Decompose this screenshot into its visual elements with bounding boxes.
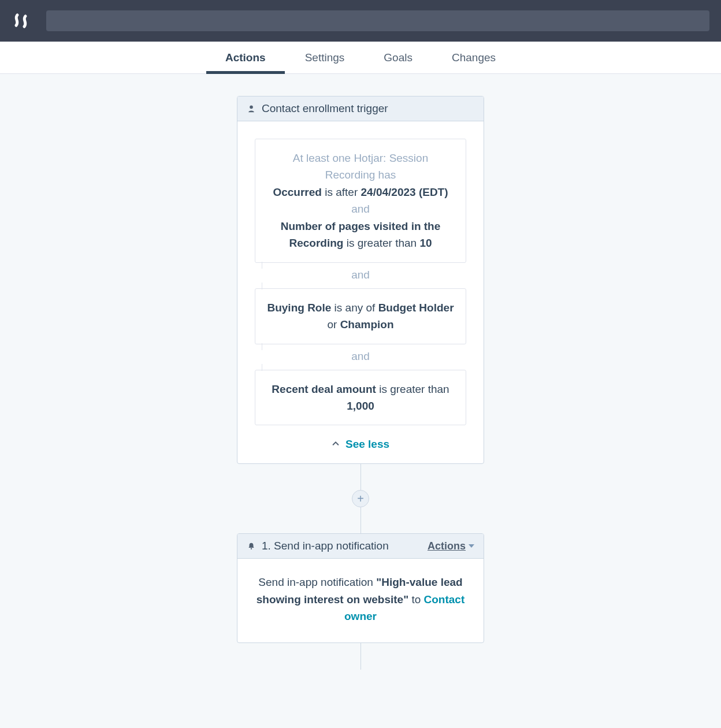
cond-field: Recent deal amount — [272, 383, 376, 395]
connector-line — [360, 643, 361, 670]
svg-point-1 — [251, 548, 252, 549]
cond-op: is greater than — [379, 383, 449, 395]
top-bar — [0, 0, 721, 42]
search-input[interactable] — [46, 10, 709, 31]
cond-value: Champion — [340, 318, 394, 330]
tab-label: Actions — [225, 51, 266, 64]
cond-or: or — [327, 318, 340, 330]
cond-field: Occurred — [273, 186, 321, 198]
chevron-up-icon — [332, 438, 340, 451]
step-text: Send in-app notification — [258, 576, 376, 588]
svg-point-0 — [250, 106, 253, 109]
condition-block[interactable]: At least one Hotjar: Session Recording h… — [255, 139, 466, 263]
and-separator: and — [255, 263, 466, 288]
tab-settings[interactable]: Settings — [305, 42, 345, 73]
tab-label: Goals — [384, 51, 412, 64]
card-header: 1. Send in-app notification Actions — [237, 534, 484, 559]
step-actions-menu[interactable]: Actions — [428, 540, 474, 552]
see-less-toggle[interactable]: See less — [255, 438, 466, 451]
add-step-button[interactable]: + — [352, 490, 369, 507]
condition-block[interactable]: Recent deal amount is greater than 1,000 — [255, 370, 466, 426]
cond-value: 24/04/2023 (EDT) — [361, 186, 448, 198]
card-title: Contact enrollment trigger — [262, 102, 388, 115]
step-text: to — [411, 593, 423, 606]
cond-value: 10 — [419, 237, 432, 249]
connector-line — [360, 507, 361, 533]
tab-nav: Actions Settings Goals Changes — [0, 42, 721, 74]
tab-label: Settings — [305, 51, 345, 64]
header-left: 1. Send in-app notification — [247, 540, 389, 552]
enrollment-trigger-card[interactable]: Contact enrollment trigger At least one … — [237, 96, 484, 464]
card-body: Send in-app notification "High-value lea… — [237, 559, 484, 642]
actions-label: Actions — [428, 540, 466, 552]
tab-changes[interactable]: Changes — [452, 42, 496, 73]
cond-op: is greater than — [347, 237, 420, 249]
tab-label: Changes — [452, 51, 496, 64]
connector-line — [360, 464, 361, 491]
bell-icon — [247, 541, 256, 551]
condition-block[interactable]: Buying Role is any of Budget Holder or C… — [255, 288, 466, 344]
tab-goals[interactable]: Goals — [384, 42, 412, 73]
app-logo-icon — [12, 12, 30, 30]
cond-field: Buying Role — [267, 302, 331, 314]
cond-op: is after — [325, 186, 360, 198]
and-separator: and — [255, 344, 466, 370]
cond-and: and — [351, 203, 370, 215]
see-less-label: See less — [345, 438, 389, 451]
workflow-step-card[interactable]: 1. Send in-app notification Actions Send… — [237, 533, 484, 642]
card-header: Contact enrollment trigger — [237, 96, 484, 121]
card-body: At least one Hotjar: Session Recording h… — [237, 121, 484, 463]
card-title: 1. Send in-app notification — [262, 540, 389, 552]
cond-op: is any of — [335, 302, 378, 314]
contact-icon — [247, 104, 256, 113]
chevron-down-icon — [469, 544, 474, 548]
cond-value: 1,000 — [347, 400, 374, 412]
cond-value: Budget Holder — [378, 302, 454, 314]
cond-intro: At least one Hotjar: Session Recording h… — [293, 152, 428, 181]
plus-icon: + — [357, 493, 364, 504]
tab-actions[interactable]: Actions — [225, 42, 266, 73]
workflow-canvas: Contact enrollment trigger At least one … — [0, 74, 721, 670]
